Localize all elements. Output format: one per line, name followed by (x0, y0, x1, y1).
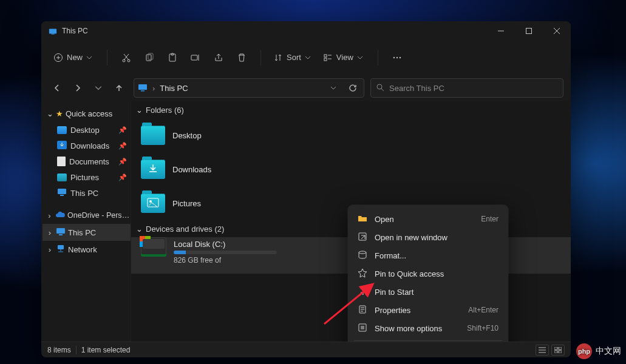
folders-header-label: Folders (6) (146, 106, 184, 115)
svg-point-32 (359, 251, 366, 254)
sidebar-item-label: Desktop (70, 126, 100, 135)
cut-button[interactable] (116, 47, 137, 68)
address-row: › This PC (41, 75, 571, 101)
minimize-button[interactable] (487, 21, 515, 41)
context-menu-format[interactable]: Format... (352, 246, 505, 265)
share-button[interactable] (208, 47, 229, 68)
folders-section-header[interactable]: ⌄ Folders (6) (131, 101, 571, 118)
sort-button[interactable]: Sort (270, 47, 317, 68)
context-menu-show-more[interactable]: Show more options Shift+F10 (352, 319, 505, 337)
context-menu-shortcut: Enter (481, 215, 498, 223)
context-menu-shortcut: Shift+F10 (467, 324, 498, 332)
delete-button[interactable] (231, 47, 252, 68)
sidebar-onedrive[interactable]: › OneDrive - Personal (43, 207, 131, 224)
toolbar-divider (107, 50, 107, 66)
view-button[interactable]: View (319, 47, 369, 68)
context-menu-label: Format... (375, 251, 406, 260)
close-button[interactable] (543, 21, 571, 41)
forward-button[interactable] (69, 79, 86, 96)
window-title: This PC (62, 27, 487, 35)
sidebar-item-this-pc[interactable]: This PC (43, 185, 131, 201)
paste-button[interactable] (162, 47, 183, 68)
new-button[interactable]: New (50, 47, 98, 68)
copy-button[interactable] (139, 47, 160, 68)
address-bar[interactable]: › This PC (134, 78, 364, 98)
svg-point-13 (393, 56, 395, 58)
sidebar-item-pictures[interactable]: Pictures 📌 (43, 169, 131, 185)
up-button[interactable] (111, 79, 128, 96)
context-menu: Open Enter Open in new window Format... … (348, 205, 508, 342)
svg-rect-38 (554, 347, 557, 349)
svg-rect-28 (145, 236, 151, 241)
maximize-button[interactable] (515, 21, 543, 41)
more-options-icon (358, 323, 367, 334)
context-menu-label: Pin to Quick access (375, 269, 444, 278)
titlebar[interactable]: This PC (41, 21, 571, 41)
svg-rect-22 (56, 228, 65, 234)
thumbnails-view-button[interactable] (551, 345, 565, 356)
pin-icon: 📌 (118, 158, 127, 166)
folder-item-desktop[interactable]: Desktop (131, 118, 571, 152)
svg-point-15 (400, 56, 401, 58)
svg-rect-1 (51, 33, 54, 34)
address-dropdown[interactable] (326, 81, 341, 95)
svg-rect-16 (138, 84, 147, 90)
sort-button-label: Sort (287, 53, 301, 62)
svg-rect-41 (559, 351, 562, 353)
svg-rect-39 (559, 347, 562, 349)
sidebar-this-pc-root[interactable]: › This PC (43, 224, 131, 241)
folder-label: Downloads (172, 165, 211, 174)
context-menu-properties[interactable]: Properties Alt+Enter (352, 301, 505, 319)
drive-usage-bar (174, 251, 277, 254)
rename-button[interactable] (185, 47, 206, 68)
status-bar: 8 items 1 item selected (41, 342, 571, 357)
monitor-icon (57, 188, 67, 198)
details-view-button[interactable] (536, 345, 549, 356)
svg-point-14 (396, 56, 398, 58)
context-menu-open-new-window[interactable]: Open in new window (352, 228, 505, 246)
sidebar-item-label: Downloads (70, 141, 109, 150)
svg-point-26 (149, 200, 152, 203)
svg-rect-20 (58, 189, 66, 194)
context-menu-label: Pin to Start (375, 288, 413, 297)
sidebar-quick-access[interactable]: ⌄ ★ Quick access (43, 105, 131, 122)
context-menu-pin-quick-access[interactable]: Pin to Quick access (352, 265, 505, 283)
this-pc-label: This PC (68, 228, 96, 237)
refresh-button[interactable] (345, 81, 360, 95)
context-menu-label: Show more options (375, 324, 442, 333)
status-item-count: 8 items (47, 346, 71, 354)
cloud-icon (55, 211, 65, 220)
format-icon (358, 250, 367, 261)
pin-icon: 📌 (118, 142, 127, 150)
folder-item-downloads[interactable]: Downloads (131, 152, 571, 186)
sidebar-network[interactable]: › Network (43, 241, 131, 258)
svg-rect-0 (49, 29, 56, 34)
watermark: php 中文网 (576, 343, 621, 359)
recent-dropdown[interactable] (90, 79, 107, 96)
chevron-down-icon: ⌄ (136, 106, 142, 115)
chevron-down-icon: ⌄ (46, 109, 53, 118)
sidebar-item-downloads[interactable]: Downloads 📌 (43, 138, 131, 153)
file-explorer-window: This PC New Sort View (41, 21, 571, 357)
context-menu-label: Open in new window (375, 233, 447, 242)
view-button-label: View (336, 53, 353, 62)
drives-header-label: Devices and drives (2) (146, 224, 224, 234)
context-menu-open[interactable]: Open Enter (352, 210, 505, 228)
search-bar[interactable] (370, 78, 563, 98)
sidebar-item-label: Documents (69, 157, 109, 166)
svg-rect-12 (324, 58, 327, 61)
folder-icon (141, 126, 165, 145)
window-icon (49, 27, 57, 35)
sidebar-item-documents[interactable]: Documents 📌 (43, 153, 131, 169)
context-menu-label: Open (375, 215, 394, 224)
monitor-icon (138, 83, 148, 94)
svg-rect-17 (141, 90, 145, 92)
pin-icon: 📌 (118, 126, 127, 134)
sidebar-item-desktop[interactable]: Desktop 📌 (43, 122, 131, 138)
search-input[interactable] (389, 84, 558, 93)
context-menu-pin-start[interactable]: Pin to Start (352, 283, 505, 301)
back-button[interactable] (49, 79, 66, 96)
svg-rect-21 (60, 195, 64, 196)
more-button[interactable] (387, 47, 407, 68)
svg-point-18 (377, 84, 382, 89)
